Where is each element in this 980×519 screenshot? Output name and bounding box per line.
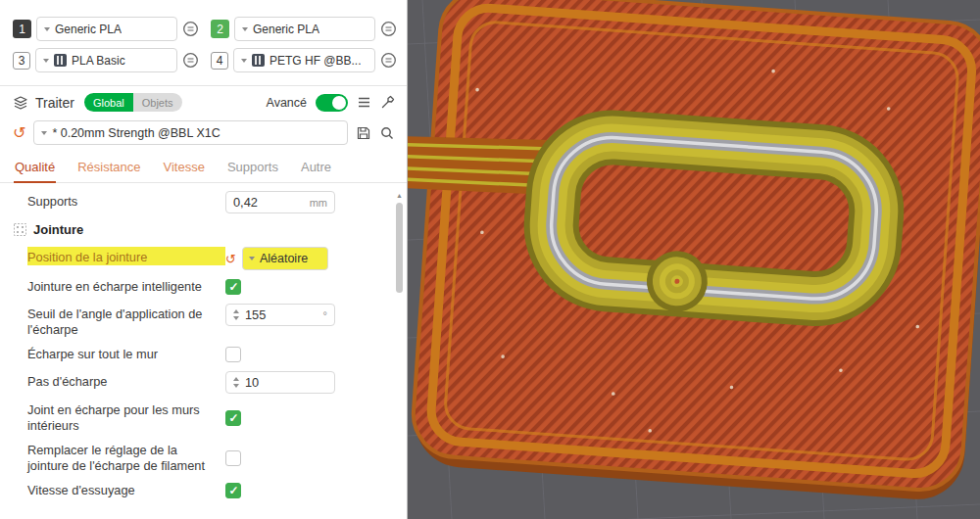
setting-row-seam-position: Position de la jointure ↺ Aléatoire xyxy=(27,247,383,270)
save-icon[interactable] xyxy=(356,125,371,141)
viewport-3d[interactable] xyxy=(408,0,980,519)
tab-qualite[interactable]: Qualité xyxy=(14,156,56,183)
scarf-angle-spinner[interactable]: ° xyxy=(225,304,335,326)
scarf-steps-input[interactable] xyxy=(245,375,327,390)
viewport-canvas xyxy=(408,0,980,519)
setting-row-scarf-entire-wall: Écharpe sur tout le mur xyxy=(27,347,383,362)
filament-settings-icon[interactable] xyxy=(380,21,397,37)
section-header-jointure: Jointure xyxy=(14,222,383,237)
tab-vitesse[interactable]: Vitesse xyxy=(163,156,206,183)
scarf-inner-walls-checkbox[interactable] xyxy=(225,410,241,426)
chevron-down-icon xyxy=(41,131,47,135)
filament-slot-3: 3 PLA Basic xyxy=(13,48,199,72)
settings-tabs: Qualité Résistance Vitesse Supports Autr… xyxy=(0,154,407,183)
override-filament-scarf-checkbox[interactable] xyxy=(225,450,241,466)
filament-slot-2: 2 Generic PLA xyxy=(211,17,397,41)
settings-panel: Supports mm Jointure Position de la join… xyxy=(0,183,407,498)
advanced-toggle[interactable] xyxy=(316,94,348,112)
filament-settings-icon[interactable] xyxy=(182,21,199,37)
preset-row: ↺ * 0.20mm Strength @BBL X1C xyxy=(0,118,407,154)
filament-combo[interactable]: PLA Basic xyxy=(35,48,177,72)
list-icon[interactable] xyxy=(357,95,371,110)
setting-label: Jointure en écharpe intelligente xyxy=(27,279,225,295)
scroll-up-icon[interactable]: ▲ xyxy=(394,192,405,200)
seam-section-icon xyxy=(14,223,26,236)
filament-slot-number[interactable]: 1 xyxy=(13,20,31,38)
filament-settings-icon[interactable] xyxy=(182,52,199,69)
wrench-icon[interactable] xyxy=(380,95,395,110)
filament-combo[interactable]: PETG HF @BB... xyxy=(233,48,375,72)
filament-spool-icon xyxy=(54,54,67,67)
filament-slot-1: 1 Generic PLA xyxy=(13,17,199,41)
setting-row-smart-scarf: Jointure en écharpe intelligente xyxy=(27,279,383,295)
preset-combo[interactable]: * 0.20mm Strength @BBL X1C xyxy=(33,120,348,145)
reset-setting-icon[interactable]: ↺ xyxy=(225,253,236,265)
filament-name: Generic PLA xyxy=(55,23,122,36)
filament-combo[interactable]: Generic PLA xyxy=(234,17,375,41)
tab-resistance[interactable]: Résistance xyxy=(76,156,141,183)
unit-label: ° xyxy=(323,309,327,321)
scope-objects-pill[interactable]: Objets xyxy=(133,93,182,112)
filament-combo[interactable]: Generic PLA xyxy=(36,17,177,41)
chevron-down-icon xyxy=(241,59,247,63)
setting-label: Écharpe sur tout le mur xyxy=(27,347,225,362)
process-title: Traiter xyxy=(35,95,74,111)
setting-row-scarf-steps: Pas d'écharpe xyxy=(27,371,383,394)
scarf-entire-wall-checkbox[interactable] xyxy=(225,347,241,362)
scope-segmented-control: Global Objets xyxy=(84,93,182,112)
chevron-down-icon xyxy=(242,27,248,31)
printed-model xyxy=(408,0,980,502)
setting-label: Pas d'écharpe xyxy=(27,371,225,390)
filament-name: PLA Basic xyxy=(72,54,125,68)
setting-row-wipe-speed: Vitesse d'essuyage xyxy=(27,483,383,498)
seam-position-select[interactable]: Aléatoire xyxy=(242,247,328,270)
filament-name: PETG HF @BB... xyxy=(270,54,362,68)
setting-row-supports: Supports mm xyxy=(27,191,383,213)
settings-scrollbar[interactable]: ▲ xyxy=(394,192,405,519)
setting-row-scarf-angle: Seuil de l'angle d'application de l'écha… xyxy=(27,304,383,338)
slicer-app: 1 Generic PLA 2 Generic PLA xyxy=(0,0,980,519)
filament-slot-4: 4 PETG HF @BB... xyxy=(211,48,397,72)
filament-name: Generic PLA xyxy=(253,23,319,36)
section-title: Jointure xyxy=(33,222,83,237)
toggle-knob xyxy=(332,96,346,110)
unit-label: mm xyxy=(310,197,327,209)
filament-slot-number[interactable]: 2 xyxy=(211,20,229,38)
spinner-arrows-icon[interactable] xyxy=(233,309,239,320)
spinner-arrows-icon[interactable] xyxy=(233,377,239,388)
setting-label: Seuil de l'angle d'application de l'écha… xyxy=(27,304,225,338)
filament-slot-number[interactable]: 3 xyxy=(13,52,30,70)
tab-autre[interactable]: Autre xyxy=(300,156,332,183)
left-panel: 1 Generic PLA 2 Generic PLA xyxy=(0,0,408,519)
seam-position-value: Aléatoire xyxy=(260,252,308,265)
setting-label: Supports xyxy=(27,191,225,210)
chevron-down-icon xyxy=(249,257,255,260)
setting-row-override-filament-scarf: Remplacer le réglage de la jointure de l… xyxy=(27,443,383,474)
scrollbar-thumb[interactable] xyxy=(396,203,403,293)
scope-global-pill[interactable]: Global xyxy=(84,93,133,112)
chevron-down-icon xyxy=(43,59,49,63)
filament-spool-icon xyxy=(252,54,265,67)
filament-slot-number[interactable]: 4 xyxy=(211,52,228,70)
tab-supports[interactable]: Supports xyxy=(226,156,279,183)
filament-section: 1 Generic PLA 2 Generic PLA xyxy=(0,0,407,85)
smart-scarf-checkbox[interactable] xyxy=(225,279,241,295)
wipe-speed-checkbox[interactable] xyxy=(225,483,241,498)
reset-preset-icon[interactable]: ↺ xyxy=(13,125,25,141)
scarf-angle-input[interactable] xyxy=(245,307,319,322)
setting-label: Joint en écharpe pour les murs intérieur… xyxy=(27,402,225,434)
preset-name: * 0.20mm Strength @BBL X1C xyxy=(52,126,220,140)
search-icon[interactable] xyxy=(379,125,395,141)
supports-input[interactable]: mm xyxy=(225,191,335,213)
setting-label: Vitesse d'essuyage xyxy=(27,483,225,498)
filament-settings-icon[interactable] xyxy=(380,52,397,69)
process-layers-icon xyxy=(13,95,28,111)
scarf-steps-spinner[interactable] xyxy=(225,371,335,394)
setting-label: Remplacer le réglage de la jointure de l… xyxy=(27,443,225,474)
supports-value-input[interactable] xyxy=(233,195,306,210)
chevron-down-icon xyxy=(44,27,50,31)
process-bar: Traiter Global Objets Avancé xyxy=(0,86,407,118)
setting-row-scarf-inner-walls: Joint en écharpe pour les murs intérieur… xyxy=(27,402,383,434)
advanced-label: Avancé xyxy=(267,96,307,110)
setting-label-highlighted: Position de la jointure xyxy=(27,247,225,265)
